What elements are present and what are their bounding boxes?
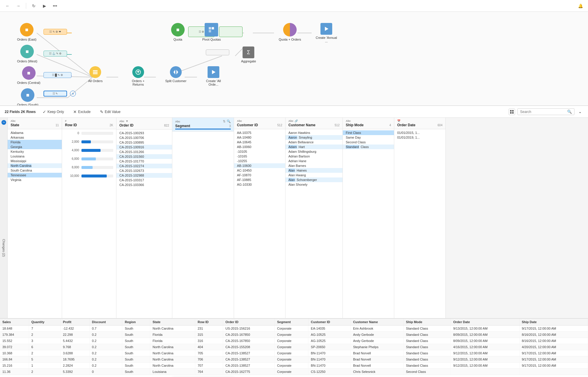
- list-item[interactable]: Aaron Hawkins: [285, 130, 343, 135]
- play-button[interactable]: ▶: [40, 2, 49, 10]
- sort-icon[interactable]: ⇅: [223, 119, 225, 123]
- back-button[interactable]: ←: [4, 2, 12, 10]
- bell-icon[interactable]: 🔔: [576, 2, 584, 10]
- th-customer-name[interactable]: Customer Name: [350, 319, 403, 325]
- list-item[interactable]: AB-10060: [234, 145, 285, 149]
- list-item[interactable]: CA-2015-103366: [116, 182, 172, 187]
- list-item[interactable]: AF-10870: [234, 173, 285, 177]
- list-item[interactable]: Alan Shonely: [285, 182, 343, 187]
- list-item[interactable]: AG-10330: [234, 182, 285, 187]
- list-item[interactable]: Second Class: [343, 140, 394, 145]
- list-item[interactable]: Alabama: [8, 130, 62, 135]
- list-item[interactable]: Alan Barnes: [285, 163, 343, 168]
- list-item[interactable]: Aaron Smayling: [285, 135, 343, 140]
- list-item[interactable]: Alan Haines: [285, 168, 343, 173]
- list-item[interactable]: Mississippi: [8, 159, 62, 163]
- list-item[interactable]: Georgia: [8, 145, 62, 149]
- th-profit[interactable]: Profit: [60, 319, 89, 325]
- list-item[interactable]: Adam Bellavance: [285, 140, 343, 145]
- list-item[interactable]: AC-10450: [234, 168, 285, 173]
- edit-value-button[interactable]: ✎ Edit Value: [98, 108, 123, 115]
- list-item[interactable]: Arkansas: [8, 135, 62, 140]
- search-col-icon[interactable]: 🔍: [227, 119, 231, 123]
- th-state[interactable]: State: [150, 319, 195, 325]
- node-all-orders[interactable]: All Orders: [88, 66, 103, 83]
- list-item[interactable]: Standard Class: [343, 145, 394, 149]
- table-row[interactable]: 15.21612.28240.2SouthNorth Carolina707CA…: [0, 363, 588, 369]
- list-item[interactable]: -10105: [234, 149, 285, 154]
- node-create-all[interactable]: Create 'All Orde...: [202, 66, 225, 86]
- list-item[interactable]: CA-2015-101266: [116, 150, 172, 154]
- node-split-customer[interactable]: Split Customer: [165, 66, 186, 83]
- th-discount[interactable]: Discount: [89, 319, 122, 325]
- node-aggregate[interactable]: Σ Aggregate: [241, 46, 256, 63]
- list-item[interactable]: 01/01/2015, 1...: [394, 130, 445, 135]
- list-item[interactable]: South Carolina: [8, 168, 62, 173]
- list-item[interactable]: AA-10375: [234, 130, 285, 135]
- list-item[interactable]: CA-2015-101560: [116, 154, 172, 159]
- forward-button[interactable]: →: [14, 2, 22, 10]
- th-quantity[interactable]: Quantity: [29, 319, 60, 325]
- add-step-button[interactable]: +: [70, 91, 76, 97]
- table-row[interactable]: 18.6487-12.4320.7SouthNorth Carolina231U…: [0, 325, 588, 332]
- th-segment[interactable]: Segment: [275, 319, 308, 325]
- list-item[interactable]: Florida: [8, 140, 62, 145]
- list-item[interactable]: CA-2015-101770: [116, 159, 172, 164]
- list-item[interactable]: Alan Hwang: [285, 173, 343, 177]
- panel-expand-button[interactable]: ⌄: [577, 109, 583, 115]
- th-region[interactable]: Region: [122, 319, 150, 325]
- list-item[interactable]: Adrian Hane: [285, 159, 343, 163]
- grid-view-button[interactable]: [509, 109, 515, 115]
- th-row-id[interactable]: Row ID: [195, 319, 223, 325]
- th-order-id[interactable]: Order ID: [223, 319, 275, 325]
- list-item[interactable]: CA-2015-100293: [116, 131, 172, 135]
- more-button[interactable]: •••: [51, 2, 59, 10]
- th-ship-mode[interactable]: Ship Mode: [403, 319, 451, 325]
- keep-only-button[interactable]: ✓ Keep Only: [40, 108, 66, 115]
- node-quota[interactable]: ■ Quota: [171, 23, 185, 41]
- search-box[interactable]: 🔍: [517, 108, 574, 115]
- list-item[interactable]: AA-10480: [234, 135, 285, 140]
- list-item[interactable]: -10165: [234, 154, 285, 159]
- table-row[interactable]: 166.84518.76950.2SouthNorth Carolina706C…: [0, 356, 588, 363]
- list-item[interactable]: 01/01/2019, 1...: [394, 135, 445, 140]
- list-item[interactable]: Adrian Bartson: [285, 154, 343, 159]
- th-customer-id[interactable]: Customer ID: [308, 319, 351, 325]
- step-south-selected[interactable]: ☷ ✎: [44, 91, 67, 97]
- list-item[interactable]: Same Day: [343, 135, 394, 140]
- list-item[interactable]: First Class: [343, 130, 394, 135]
- table-row[interactable]: 179.384222.2980.2SouthFlorida315CA-2015-…: [0, 332, 588, 338]
- list-item[interactable]: CA-2015-102673: [116, 168, 172, 173]
- list-item[interactable]: Adam Hart: [285, 145, 343, 149]
- search-input[interactable]: [520, 110, 567, 114]
- node-orders-south[interactable]: ■ Orders (South): [17, 88, 39, 106]
- list-item[interactable]: CA-2015-102988: [116, 173, 172, 178]
- list-item[interactable]: -10255: [234, 159, 285, 163]
- list-item[interactable]: AA-10645: [234, 140, 285, 145]
- list-item[interactable]: Alan Schoenberger: [285, 177, 343, 182]
- table-row[interactable]: 11.3625.33920SouthLouisiana764CA-2015-16…: [0, 369, 588, 375]
- list-item[interactable]: CA-2015-103317: [116, 178, 172, 182]
- th-sales[interactable]: Sales: [0, 319, 29, 325]
- list-item[interactable]: Tennessee: [8, 173, 62, 177]
- list-item[interactable]: CA-2015-102274: [116, 164, 172, 168]
- node-orders-returns[interactable]: Orders + Returns: [126, 66, 150, 86]
- exclude-button[interactable]: ✕ Exclude: [71, 108, 93, 115]
- list-item[interactable]: CA-2015-100916: [116, 145, 172, 150]
- refresh-button[interactable]: ↻: [30, 2, 38, 10]
- list-item[interactable]: Kentucky: [8, 149, 62, 154]
- list-item[interactable]: AF-10885: [234, 177, 285, 182]
- node-orders-east[interactable]: ■ Orders (East): [17, 23, 36, 41]
- node-create-annual[interactable]: Create 'Annual ...: [315, 23, 338, 43]
- node-orders-west[interactable]: ■ Orders (West): [17, 45, 37, 63]
- th-ship-date[interactable]: Ship Date: [519, 319, 588, 325]
- node-orders-central[interactable]: ■ Orders (Central): [17, 66, 40, 84]
- list-item[interactable]: Adam Shillingsburg: [285, 149, 343, 154]
- list-item[interactable]: CA-2015-100706: [116, 135, 172, 140]
- list-item[interactable]: Virginia: [8, 177, 62, 182]
- table-row[interactable]: 15.55235.44320.2SouthFlorida316CA-2015-1…: [0, 338, 588, 344]
- list-item[interactable]: North Carolina: [8, 163, 62, 168]
- list-item[interactable]: Louisiana: [8, 154, 62, 159]
- th-order-date[interactable]: Order Date: [451, 319, 519, 325]
- list-item[interactable]: CA-2015-100895: [116, 140, 172, 145]
